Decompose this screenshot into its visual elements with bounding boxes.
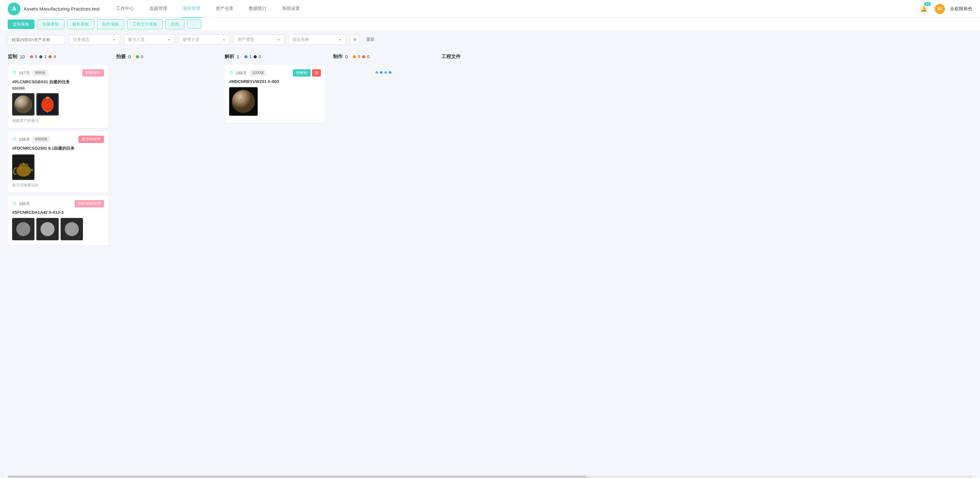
- nav-assets[interactable]: 资产仓库: [215, 0, 235, 18]
- card-title-2: #FDCNRCSG2301 6.1自建的任务: [12, 145, 104, 151]
- loading-dot-2: [380, 71, 382, 74]
- main-nav: 工作中心 选题管理 项目管理 资产仓库 数据统计 系统设置: [115, 0, 918, 18]
- card-count-a1: 1000张: [250, 70, 267, 76]
- col-header-production: 制作 0 0 0: [333, 53, 434, 61]
- sphere-svg: [230, 88, 257, 115]
- svg-point-23: [232, 90, 255, 113]
- card-days-2: 188天: [19, 137, 30, 142]
- nav-settings[interactable]: 系统设置: [281, 0, 301, 18]
- card-top-badge: 顶: [312, 69, 321, 76]
- card-meta-left-a1: ⏱ 188天 1000张: [229, 70, 267, 76]
- col-title-engineering: 工程文件: [442, 54, 461, 60]
- card-meta-3: ⏱ 188天 制作初审待审: [12, 200, 104, 207]
- tab-supervision[interactable]: 监制看板: [8, 19, 35, 29]
- nav-workcenter[interactable]: 工作中心: [115, 0, 135, 18]
- card-images-3: [12, 218, 104, 240]
- card-img-teapot: [12, 155, 35, 180]
- card-title-1: #PLCNRCSGBX01 自建的任务: [12, 79, 104, 85]
- card-title-3: #SFCNRCDA1A42 A-013-3: [12, 210, 104, 215]
- horizontal-scrollbar[interactable]: [8, 475, 972, 478]
- card-meta-2: ⏱ 188天 6688张 原序列待审: [12, 135, 104, 143]
- nav-project[interactable]: 项目管理: [181, 0, 202, 18]
- col-title-supervision: 监制: [8, 54, 17, 60]
- dot-red-count: 5: [35, 54, 37, 59]
- svg-point-17: [16, 222, 30, 236]
- card-meta-left-2: ⏱ 188天 6688张: [12, 136, 50, 143]
- card-supervision-2[interactable]: ⏱ 188天 6688张 原序列待审 #FDCNRCSG2301 6.1自建的任…: [8, 131, 108, 193]
- search-input[interactable]: [8, 35, 65, 45]
- nav-stats[interactable]: 数据统计: [248, 0, 268, 18]
- card-img-sphere: [229, 87, 258, 116]
- status-group-a1: 待解析 顶: [293, 69, 321, 76]
- tab-analysis[interactable]: 解析看板: [67, 19, 94, 29]
- svg-point-27: [247, 98, 248, 100]
- card-count-2: 6688张: [33, 136, 50, 143]
- kanban-board: 监制 10 5 1 4 ⏱ 187天 999张 解析待审 #PLCNRCS: [0, 48, 980, 475]
- img3a-svg: [13, 219, 33, 239]
- card-meta-left-1: ⏱ 187天 999张: [12, 70, 48, 76]
- notification-button[interactable]: 🔔 31: [918, 3, 930, 15]
- tab-other[interactable]: 其他: [165, 19, 185, 29]
- dot-green: [136, 55, 139, 58]
- tab-more[interactable]: ...: [187, 19, 201, 29]
- dot-brown: [48, 55, 52, 58]
- logo-icon: A: [8, 3, 21, 15]
- card-note-2: 备注没啥要说的: [12, 183, 104, 188]
- card-supervision-3[interactable]: ⏱ 188天 制作初审待审 #SFCNRCDA1A42 A-013-3: [8, 196, 108, 245]
- dot-brown-count: 4: [54, 54, 56, 59]
- col-dots-production: 0 0: [353, 54, 369, 59]
- header-right: 🔔 31 01 全权限角色: [918, 3, 972, 15]
- column-shooting: 拍摄 0 0: [112, 48, 221, 475]
- status-filter[interactable]: 任务状态 ▼: [69, 35, 120, 45]
- reset-button[interactable]: 重置: [364, 35, 377, 45]
- role-label[interactable]: 全权限角色: [950, 6, 972, 12]
- col-count-supervision: 10: [20, 54, 25, 59]
- column-engineering: 工程文件: [438, 48, 552, 475]
- col-count-analysis: 1: [237, 54, 239, 59]
- column-analysis: 解析 1 1 0 ⏱ 188天 1000张 待解析 顶: [221, 48, 329, 475]
- dot-orange2-count: 0: [367, 54, 369, 59]
- clock-icon: ⏱: [12, 70, 16, 75]
- lantern-svg: [38, 94, 57, 114]
- column-supervision: 监制 10 5 1 4 ⏱ 187天 999张 解析待审 #PLCNRCS: [4, 48, 112, 475]
- dot-dark-count: 1: [45, 54, 46, 59]
- dot-dark: [39, 55, 43, 58]
- participants-filter[interactable]: 参与人员 ▼: [124, 35, 175, 45]
- tab-production[interactable]: 制作看板: [97, 19, 124, 29]
- card-analysis-1[interactable]: ⏱ 188天 1000张 待解析 顶 #MDCNRBYUWZ01 A-003: [224, 65, 325, 123]
- svg-point-21: [65, 222, 79, 236]
- handler-filter[interactable]: 处理人员 ▼: [179, 35, 230, 45]
- user-avatar[interactable]: 01: [935, 4, 945, 14]
- col-header-engineering: 工程文件: [442, 53, 549, 61]
- svg-point-15: [19, 167, 23, 169]
- group-filter[interactable]: 组合名称 ▼: [288, 35, 346, 45]
- scrollbar-thumb[interactable]: [8, 475, 586, 478]
- card-days-3: 188天: [19, 201, 30, 207]
- app-title: Assets Manufacturing Practices.test: [24, 6, 100, 11]
- asset-type-filter[interactable]: 资产类型 ▼: [234, 35, 285, 45]
- dot-red: [30, 55, 33, 58]
- teapot-svg: [13, 155, 34, 179]
- col-dots-supervision: 5 1 4: [30, 54, 56, 59]
- filter-list-icon: ≡: [353, 37, 356, 43]
- loading-dot-1: [375, 71, 378, 74]
- card-supervision-1[interactable]: ⏱ 187天 999张 解析待审 #PLCNRCSGBX01 自建的任务 666…: [8, 65, 108, 128]
- card-days-1: 187天: [19, 70, 30, 76]
- filter-icon-button[interactable]: ≡: [350, 35, 360, 45]
- col-title-analysis: 解析: [224, 54, 234, 60]
- filter-row: 任务状态 ▼ 参与人员 ▼ 处理人员 ▼ 资产类型 ▼ 组合名称 ▼ ≡ 重置: [0, 30, 980, 48]
- nav-selection[interactable]: 选题管理: [148, 0, 169, 18]
- card-meta-left-3: ⏱ 188天: [12, 201, 30, 207]
- tab-shooting[interactable]: 拍摄看板: [37, 19, 64, 29]
- chevron-down-icon: ▼: [167, 38, 171, 41]
- svg-point-6: [46, 97, 49, 99]
- chevron-down-icon: ▼: [277, 38, 280, 41]
- dot-blue-count: 1: [250, 54, 252, 59]
- col-count-production: 0: [345, 54, 348, 59]
- card-images-1: [12, 93, 104, 116]
- clock-icon-a1: ⏱: [229, 70, 233, 75]
- logo[interactable]: A Assets Manufacturing Practices.test: [8, 3, 100, 15]
- dot-green-count: 0: [141, 54, 143, 59]
- svg-point-24: [240, 99, 242, 100]
- tab-engineering[interactable]: 工程文件看板: [127, 19, 163, 29]
